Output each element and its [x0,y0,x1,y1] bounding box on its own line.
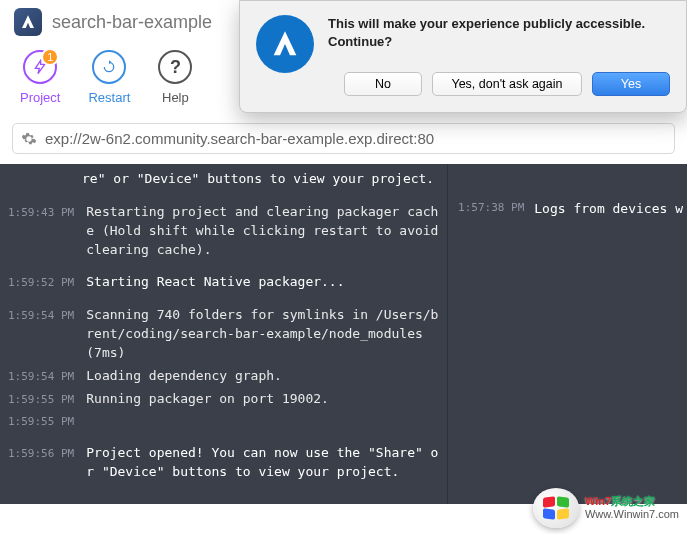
help-label: Help [162,90,189,105]
log-row: 1:59:43 PMRestarting project and clearin… [8,203,443,260]
log-timestamp: 1:59:55 PM [8,412,74,430]
log-message: Logs from devices w [534,200,683,219]
project-badge: 1 [41,48,59,66]
help-button[interactable]: ? Help [158,50,192,105]
restart-icon [101,59,117,75]
project-button[interactable]: 1 Project [20,50,60,105]
gear-icon[interactable] [21,131,37,147]
log-row: 1:59:55 PM [8,412,443,430]
log-row: 1:59:52 PMStarting React Native packager… [8,273,443,292]
log-row: 1:59:55 PMRunning packager on port 19002… [8,390,443,409]
app-title: search-bar-example [52,12,212,33]
log-message: Running packager on port 19002. [86,390,443,409]
restart-button[interactable]: Restart [88,50,130,105]
restart-label: Restart [88,90,130,105]
log-timestamp: 1:59:55 PM [8,390,74,409]
log-message: re" or "Device" buttons to view your pro… [82,170,443,189]
log-message: Starting React Native packager... [86,273,443,292]
log-timestamp: 1:59:52 PM [8,273,74,292]
log-row: 1:59:56 PMProject opened! You can now us… [8,444,443,482]
log-timestamp: 1:59:43 PM [8,203,74,260]
yes-button[interactable]: Yes [592,72,670,96]
log-right-pane[interactable]: 1:57:38 PMLogs from devices w [447,164,687,504]
log-row: 1:57:38 PMLogs from devices w [458,200,683,219]
log-row: 1:59:54 PMScanning 740 folders for symli… [8,306,443,363]
log-message: Restarting project and clearing packager… [86,203,443,260]
no-button[interactable]: No [344,72,422,96]
modal-app-icon [256,15,314,73]
log-message: Scanning 740 folders for symlinks in /Us… [86,306,443,363]
url-bar[interactable]: exp://2w-6n2.community.search-bar-exampl… [12,123,675,154]
modal-message: This will make your experience publicly … [328,15,670,50]
app-logo-icon [14,8,42,36]
log-message [86,412,443,430]
console-panel: re" or "Device" buttons to view your pro… [0,164,687,504]
log-message: Project opened! You can now use the "Sha… [86,444,443,482]
url-text[interactable]: exp://2w-6n2.community.search-bar-exampl… [45,130,666,147]
log-timestamp: 1:59:54 PM [8,367,74,386]
log-left-pane[interactable]: re" or "Device" buttons to view your pro… [0,164,447,504]
confirm-modal: This will make your experience publicly … [239,0,687,113]
question-icon: ? [170,57,181,78]
log-timestamp: 1:59:56 PM [8,444,74,482]
yes-dont-ask-button[interactable]: Yes, don't ask again [432,72,582,96]
watermark: Win7系统之家 Www.Winwin7.com [533,488,679,528]
log-timestamp [8,170,70,189]
log-timestamp: 1:57:38 PM [458,200,524,219]
log-row: re" or "Device" buttons to view your pro… [8,170,443,189]
windows-logo-icon [533,488,579,528]
project-label: Project [20,90,60,105]
log-message: Loading dependency graph. [86,367,443,386]
log-timestamp: 1:59:54 PM [8,306,74,363]
log-row: 1:59:54 PMLoading dependency graph. [8,367,443,386]
